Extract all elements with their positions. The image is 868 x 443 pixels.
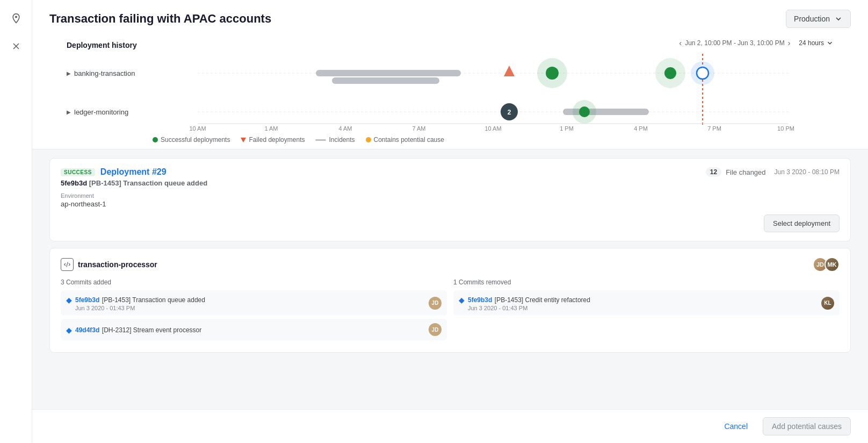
commits-removed-label: 1 Commits removed xyxy=(453,278,840,286)
time-window-selector[interactable]: 24 hours xyxy=(799,39,834,47)
commit-row-added-1: ◆ 5fe9b3d [PB-1453] Transaction queue ad… xyxy=(61,290,447,316)
legend-failed-label: Failed deployments xyxy=(249,136,305,144)
commits-removed-section: 1 Commits removed ◆ 5fe9b3d [PB-1453] Cr… xyxy=(453,278,840,344)
chart-area: ▶ banking-transaction ▶ ledger-monitorin… xyxy=(153,54,834,132)
commit-row-added-2: ◆ 49d4f3d [DH-2312] Stream event process… xyxy=(61,319,447,340)
add-potential-causes-button: Add potential causes xyxy=(763,417,851,435)
svg-text:4 PM: 4 PM xyxy=(634,125,648,132)
env-dropdown-label: Production xyxy=(794,15,830,23)
commit-avatar-removed-1: KL xyxy=(821,297,834,310)
svg-text:7 AM: 7 AM xyxy=(412,125,425,132)
commit-date-added-1: Jun 3 2020 - 01:43 PM xyxy=(75,305,205,311)
row-label-ledger[interactable]: ▶ ledger-monitoring xyxy=(67,108,128,116)
row-label-banking[interactable]: ▶ banking-transaction xyxy=(67,69,135,77)
commit-msg-added-2: [DH-2312] Stream event processor xyxy=(102,326,201,334)
svg-text:10 PM: 10 PM xyxy=(777,125,794,132)
svg-point-10 xyxy=(546,67,559,80)
commit-dot-removed-1: ◆ xyxy=(459,296,465,304)
date-range-label: Jun 2, 10:00 PM - Jun 3, 10:00 PM xyxy=(685,39,784,47)
select-deployment-button[interactable]: Select deployment xyxy=(764,215,840,232)
legend-successful-dot xyxy=(153,137,158,142)
header: Transaction failing with APAC accounts P… xyxy=(32,0,868,149)
next-range-icon[interactable]: › xyxy=(788,39,791,47)
commit-msg-removed-1: [PB-1453] Credit entity refactored xyxy=(495,296,590,304)
date-range[interactable]: ‹ Jun 2, 10:00 PM - Jun 3, 10:00 PM › xyxy=(679,39,791,47)
commit-hash-added-1[interactable]: 5fe9b3d xyxy=(75,296,99,304)
commit-row-removed-1: ◆ 5fe9b3d [PB-1453] Credit entity refact… xyxy=(453,290,840,316)
commit-avatar-added-2: JD xyxy=(429,323,442,336)
legend-incidents-label: Incidents xyxy=(329,136,355,144)
expand-ledger-icon[interactable]: ▶ xyxy=(67,109,71,115)
svg-rect-7 xyxy=(332,77,439,84)
env-value: ap-northeast-1 xyxy=(61,200,840,208)
commit-hash-removed-1[interactable]: 5fe9b3d xyxy=(468,296,492,304)
commit-hash-added-2[interactable]: 49d4f3d xyxy=(75,326,99,334)
svg-point-14 xyxy=(697,67,708,79)
file-changed-label: File changed xyxy=(726,168,765,176)
svg-text:1 PM: 1 PM xyxy=(560,125,574,132)
contributors-avatars: JD MK xyxy=(813,257,840,272)
commits-added-label: 3 Commits added xyxy=(61,278,447,286)
svg-text:1 AM: 1 AM xyxy=(264,125,278,132)
service-name-label: transaction-processor xyxy=(78,260,157,269)
svg-marker-8 xyxy=(504,66,515,76)
svg-point-19 xyxy=(579,106,590,117)
commit-summary: 5fe9b3d [PB-1453] Transaction queue adde… xyxy=(61,179,840,187)
time-window-chevron-icon xyxy=(826,39,834,47)
content-area: SUCCESS Deployment #29 12 File changed J… xyxy=(32,149,868,409)
service-name-banking: banking-transaction xyxy=(74,69,135,77)
svg-text:2: 2 xyxy=(508,109,511,116)
commit-message: [PB-1453] Transaction queue added xyxy=(89,179,207,187)
legend-failed: Failed deployments xyxy=(241,136,305,144)
location-icon[interactable] xyxy=(6,9,26,28)
file-count-badge: 12 xyxy=(706,167,721,177)
commit-date-removed-1: Jun 3 2020 - 01:43 PM xyxy=(468,305,590,311)
section-title: Deployment history xyxy=(67,34,137,54)
commit-dot-1: ◆ xyxy=(66,296,72,304)
footer: Cancel Add potential causes xyxy=(32,409,868,443)
service-name-ledger: ledger-monitoring xyxy=(74,108,128,116)
commit-dot-2: ◆ xyxy=(66,326,72,334)
svg-text:7 PM: 7 PM xyxy=(707,125,721,132)
legend-incidents: Incidents xyxy=(315,136,355,144)
legend-potential-label: Contains potential cause xyxy=(374,136,444,144)
sidebar xyxy=(0,0,32,443)
cancel-button[interactable]: Cancel xyxy=(715,418,756,435)
svg-text:10 AM: 10 AM xyxy=(189,125,206,132)
deployment-name: Deployment #29 xyxy=(100,167,167,177)
time-window-label: 24 hours xyxy=(799,39,824,47)
svg-line-30 xyxy=(67,262,68,267)
commit-avatar-added-1: JD xyxy=(429,297,442,310)
prev-range-icon[interactable]: ‹ xyxy=(679,39,682,47)
legend-potential-cause: Contains potential cause xyxy=(366,136,444,144)
close-icon[interactable] xyxy=(6,37,26,56)
svg-text:10 AM: 10 AM xyxy=(484,125,501,132)
legend-successful-label: Successful deployments xyxy=(161,136,230,144)
page-title: Transaction failing with APAC accounts xyxy=(49,12,271,26)
status-badge: SUCCESS xyxy=(61,168,95,176)
commit-msg-added-1: [PB-1453] Transaction queue added xyxy=(102,296,205,304)
deployment-history-section: Deployment history ‹ Jun 2, 10:00 PM - J… xyxy=(49,34,851,149)
svg-point-12 xyxy=(664,67,676,79)
avatar-2: MK xyxy=(824,257,840,272)
legend-successful: Successful deployments xyxy=(153,136,230,144)
service-card: transaction-processor JD MK 3 Commits ad… xyxy=(49,248,851,353)
svg-text:4 AM: 4 AM xyxy=(338,125,352,132)
commits-added-section: 3 Commits added ◆ 5fe9b3d [PB-1453] Tran… xyxy=(61,278,447,344)
legend-potential-dot xyxy=(366,137,371,142)
deployment-chart: 2 10 AM 1 AM 4 AM 7 AM 10 AM 1 PM 4 PM xyxy=(153,54,834,132)
legend-failed-triangle xyxy=(241,138,246,142)
env-dropdown[interactable]: Production xyxy=(786,10,851,28)
expand-banking-icon[interactable]: ▶ xyxy=(67,70,71,76)
service-code-icon xyxy=(61,258,74,271)
deployment-card: SUCCESS Deployment #29 12 File changed J… xyxy=(49,158,851,241)
main-content: Transaction failing with APAC accounts P… xyxy=(32,0,868,443)
deployment-date: Jun 3 2020 - 08:10 PM xyxy=(775,168,840,176)
chart-legend: Successful deployments Failed deployment… xyxy=(67,132,834,149)
service-name-row: transaction-processor xyxy=(61,258,157,271)
row-labels: ▶ banking-transaction ▶ ledger-monitorin… xyxy=(67,54,150,132)
svg-rect-6 xyxy=(316,70,461,76)
chevron-down-icon xyxy=(834,15,843,23)
legend-incidents-line xyxy=(315,139,326,141)
commits-grid: 3 Commits added ◆ 5fe9b3d [PB-1453] Tran… xyxy=(61,278,840,344)
